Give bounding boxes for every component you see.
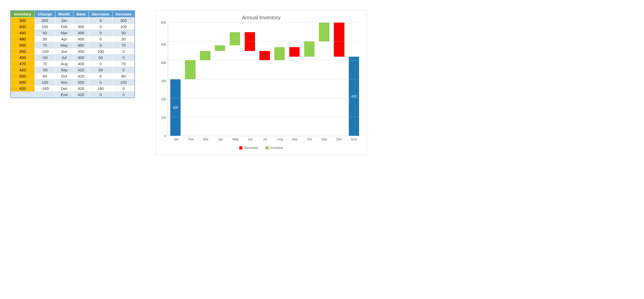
table-cell: Mar xyxy=(55,30,73,36)
gridline xyxy=(168,41,361,41)
bar-aug xyxy=(272,23,287,136)
y-tick: 400 xyxy=(161,61,166,65)
table-cell: 420 xyxy=(11,86,35,92)
table-row: End42000 xyxy=(11,92,135,98)
segment-base xyxy=(259,60,270,136)
col-increase: Increase xyxy=(113,11,135,18)
table-cell: 300 xyxy=(11,18,35,24)
col-base: Base xyxy=(73,11,89,18)
table-row: 48030Apr450030 xyxy=(11,36,135,42)
table-cell: End xyxy=(55,92,73,98)
table-cell: -50 xyxy=(35,55,55,61)
x-tick: Mar xyxy=(198,136,213,141)
table-cell: Dec xyxy=(55,86,73,92)
table-cell: 0 xyxy=(89,79,113,86)
table-cell: 0 xyxy=(113,86,135,92)
table-cell: 300 xyxy=(113,18,135,24)
table-cell: 80 xyxy=(35,73,55,79)
bar-end: 420 xyxy=(346,23,361,136)
table-cell: 400 xyxy=(73,30,89,36)
table-row: 420-180Dec4201800 xyxy=(11,86,135,92)
table-cell: May xyxy=(55,42,73,48)
bar-dec xyxy=(332,23,346,136)
table-cell xyxy=(11,92,35,98)
table-cell xyxy=(35,92,55,98)
x-tick: Nov xyxy=(317,136,332,141)
segment-dec xyxy=(334,23,344,57)
y-tick: 300 xyxy=(161,79,166,83)
chart-title: Annual Inventory xyxy=(161,15,361,21)
segment-dec xyxy=(245,32,255,51)
table-cell: 480 xyxy=(11,36,35,42)
swatch-decrease xyxy=(239,146,242,149)
segment-inc xyxy=(200,51,210,61)
table-cell: Jan xyxy=(55,18,73,24)
segment-base xyxy=(319,41,329,136)
table-cell: 500 xyxy=(11,73,35,79)
table-cell: 0 xyxy=(89,92,113,98)
table-cell: 600 xyxy=(11,79,35,86)
table-cell: Sep xyxy=(55,67,73,73)
table-cell: 180 xyxy=(89,86,113,92)
table-cell: Apr xyxy=(55,36,73,42)
x-tick: May xyxy=(228,136,243,141)
table-cell: 500 xyxy=(73,79,89,86)
bar-mar xyxy=(198,23,213,136)
table-cell: 70 xyxy=(35,61,55,67)
segment-base xyxy=(185,79,195,136)
x-tick: Dec xyxy=(332,136,347,141)
table-cell: Oct xyxy=(55,73,73,79)
segment-inc xyxy=(185,60,195,79)
table-cell: 420 xyxy=(73,67,89,73)
bar-may xyxy=(227,23,242,136)
table-cell: 50 xyxy=(113,30,135,36)
legend-decrease: Decrease xyxy=(239,146,258,150)
table-cell: 50 xyxy=(89,55,113,61)
table-header-row: Inventory Change Month Base Decrease Inc… xyxy=(11,11,135,18)
table-cell: 550 xyxy=(11,42,35,48)
table-cell: Nov xyxy=(55,79,73,86)
table-row: 400-50Jul400500 xyxy=(11,55,135,61)
x-axis: JanFebMarAprMayJunJulAugSepOctNovDecEnd xyxy=(169,136,361,141)
waterfall-chart: Annual Inventory 6005004003002001000 300… xyxy=(156,10,367,155)
table-cell: Feb xyxy=(55,24,73,30)
table-cell: 420 xyxy=(73,86,89,92)
table-cell: 420 xyxy=(11,67,35,73)
table-cell: 0 xyxy=(89,36,113,42)
table-cell: 50 xyxy=(35,30,55,36)
table-cell: 80 xyxy=(113,73,135,79)
segment-base xyxy=(230,45,240,136)
table-cell: 0 xyxy=(89,61,113,67)
table-cell: 400 xyxy=(73,61,89,67)
table-cell: 450 xyxy=(73,36,89,42)
table-row: 45050Mar400050 xyxy=(11,30,135,36)
table-cell: 100 xyxy=(89,48,113,55)
bar-nov xyxy=(317,23,332,136)
segment-inc xyxy=(304,41,315,57)
table-cell: 450 xyxy=(73,48,89,55)
table-cell: 400 xyxy=(11,55,35,61)
table-cell: 400 xyxy=(11,24,35,30)
bar-jun xyxy=(242,23,257,136)
legend-increase: Increase xyxy=(266,146,283,150)
segment-inc xyxy=(215,45,225,51)
x-tick: Aug xyxy=(273,136,287,141)
bar-jan: 300 xyxy=(168,23,183,136)
table-cell: 0 xyxy=(89,24,113,30)
y-tick: 600 xyxy=(161,21,166,24)
gridline xyxy=(168,22,361,23)
table-row: 450-100Jun4501000 xyxy=(11,48,135,55)
table-cell: Jun xyxy=(55,48,73,55)
gridline xyxy=(168,79,361,79)
gridline xyxy=(168,98,361,98)
plot-area: 300420 xyxy=(168,23,361,136)
table-cell: -100 xyxy=(35,48,55,55)
x-tick: Oct xyxy=(302,136,317,141)
x-tick: Jun xyxy=(243,136,258,141)
table-cell: 0 xyxy=(89,30,113,36)
x-tick: Sep xyxy=(287,136,302,141)
y-axis: 6005004003002001000 xyxy=(161,23,168,136)
segment-full: 300 xyxy=(170,79,181,136)
table-cell: 400 xyxy=(73,55,89,61)
table-cell: 30 xyxy=(113,36,135,42)
